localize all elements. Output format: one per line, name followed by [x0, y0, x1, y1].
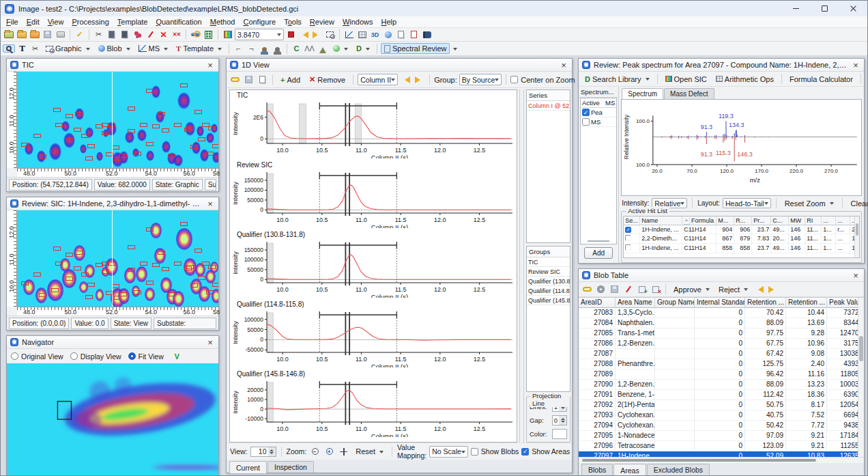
delete-icon[interactable]: ✕: [158, 29, 169, 40]
column-header[interactable]: MW: [789, 216, 805, 225]
sphere-page-icon[interactable]: [382, 29, 394, 40]
close-button[interactable]: [839, 1, 867, 16]
column-header[interactable]: Pr...: [752, 216, 771, 225]
save-icon[interactable]: [42, 29, 53, 40]
column-header[interactable]: C...: [771, 216, 789, 225]
stepper-arrows-icon[interactable]: [268, 447, 276, 456]
report-icon[interactable]: [408, 29, 420, 40]
scrollbar-thumb[interactable]: [582, 459, 816, 462]
scrollbar-thumb[interactable]: [859, 336, 863, 361]
mass-spectrum-chart[interactable]: 100.0100.020.070.0120.0170.0220.0270.0m/…: [621, 99, 862, 196]
table-row[interactable]: 27096Tetracosane0123.099.211125579.0: [579, 441, 858, 451]
color-field[interactable]: [552, 429, 567, 439]
table-row[interactable]: 270922(1H)-Penta...050.758.171205463.0: [579, 400, 858, 410]
tic-heatmap[interactable]: [17, 72, 218, 168]
spectral-review-button[interactable]: Spectral Review: [381, 43, 450, 54]
spectrum-list-row[interactable]: Pea: [581, 108, 616, 117]
reset-button[interactable]: Reset: [352, 446, 387, 457]
column-header[interactable]: M...: [717, 216, 734, 225]
menu-quantification[interactable]: Quantification: [151, 17, 205, 27]
close-icon[interactable]: ×: [851, 61, 860, 70]
oneD-titlebar[interactable]: 1D View ×: [227, 59, 572, 72]
menu-configure[interactable]: Configure: [239, 17, 280, 27]
checkbox-icon[interactable]: [582, 118, 590, 126]
charts-scrollbar[interactable]: [519, 89, 524, 443]
include-arrow-icon[interactable]: ⌐: [233, 44, 244, 54]
resize-handle[interactable]: [588, 240, 609, 242]
hit-list-table[interactable]: Se...Name^ FormulaM...R...Pr...C...MWRI.…: [623, 216, 860, 258]
row-checkbox-cell[interactable]: [624, 225, 640, 235]
stepper-arrows-icon[interactable]: [559, 416, 566, 425]
column-header[interactable]: Retention ...: [786, 298, 827, 308]
group-item[interactable]: Review SIC: [527, 267, 570, 277]
table-row[interactable]: 27093Cyclohexan...040.757.52669484.0: [579, 410, 858, 421]
approve-button[interactable]: Approve: [670, 284, 713, 295]
vertical-scrollbar[interactable]: [858, 298, 864, 457]
table-row[interactable]: 270951-Nonadecene097.099.211718473.0: [579, 431, 858, 441]
cbf-menu-button[interactable]: [330, 44, 351, 53]
checkbox-icon[interactable]: [582, 109, 590, 116]
paste-icon[interactable]: [119, 29, 130, 40]
show-blobs-checkbox[interactable]: Show Blobs: [471, 447, 519, 456]
reject-button[interactable]: Reject: [715, 284, 751, 295]
checkbox-icon[interactable]: [625, 235, 631, 241]
save-icon[interactable]: [243, 74, 255, 85]
series-item[interactable]: Column I @ 52.085 min: [527, 101, 570, 111]
table-row[interactable]: 27084Naphthalen...088.0913.69834414.0: [579, 318, 858, 328]
graphic-menu-button[interactable]: Graphic: [42, 43, 93, 54]
clear-ranges-button[interactable]: Clear Ranges: [848, 198, 868, 209]
column-select[interactable]: Column II: [358, 74, 398, 85]
remove-button[interactable]: ✕Remove: [306, 74, 349, 85]
horizontal-scrollbar[interactable]: [579, 457, 864, 463]
scrollbar-thumb[interactable]: [856, 223, 858, 236]
signature-icon[interactable]: [622, 284, 634, 294]
close-icon[interactable]: ×: [851, 271, 860, 280]
cut-icon[interactable]: ✂: [93, 29, 104, 40]
zoom-in-icon[interactable]: [323, 447, 335, 457]
reviewer-remove-icon[interactable]: [272, 44, 283, 54]
radio-original-view[interactable]: Original View: [11, 352, 63, 361]
checkbox-icon[interactable]: [625, 227, 631, 233]
layout-icon[interactable]: [395, 29, 407, 40]
menu-view[interactable]: View: [44, 17, 68, 27]
blob-table-grid[interactable]: AreaIDArea NameGroup NameInternal Standa…: [579, 298, 858, 457]
zoom-box-icon[interactable]: [324, 29, 336, 40]
group-item[interactable]: Qualifier (114.8-115.8): [527, 286, 570, 296]
peaks-icon[interactable]: [317, 44, 328, 54]
menu-tools[interactable]: Tools: [280, 17, 306, 27]
column-header[interactable]: ...: [836, 216, 850, 225]
vertical-scrollbar[interactable]: [854, 216, 859, 257]
link-views-icon[interactable]: [581, 284, 593, 294]
maximize-button[interactable]: [810, 1, 839, 16]
oneD-charts-area[interactable]: TICIntensity10.010.511.011.512.012.52E60…: [229, 89, 517, 443]
exclude-arrow-icon[interactable]: ¬: [246, 44, 257, 54]
add-spectrum-button[interactable]: Add: [584, 247, 613, 259]
menu-windows[interactable]: Windows: [338, 17, 377, 27]
table-row[interactable]: 27088Phenanthre...0125.752.40439306.0: [579, 359, 858, 369]
pin-tool-icon[interactable]: ✂: [29, 44, 41, 54]
group-item[interactable]: Qualifier (130.8-131.8): [527, 277, 570, 286]
column-header[interactable]: AreaID: [579, 298, 616, 308]
copy-icon[interactable]: [106, 29, 117, 40]
tab-areas[interactable]: Areas: [613, 464, 646, 476]
table-row[interactable]: 270831,3,5-Cyclo...070.4210.44737261.0: [579, 308, 858, 318]
back-icon[interactable]: [400, 74, 411, 85]
spectrum-list-row[interactable]: MS: [581, 117, 616, 127]
view-3d-icon[interactable]: 3D: [369, 29, 381, 40]
checkbox-icon[interactable]: [625, 244, 631, 251]
minimize-button[interactable]: [781, 1, 810, 16]
remove-column-icon[interactable]: [650, 284, 661, 294]
table-row[interactable]: 270861,2-Benzen...067.7510.96317577.0: [579, 339, 858, 349]
tic-panel-titlebar[interactable]: TIC ×: [7, 59, 218, 72]
column-header[interactable]: R...: [734, 216, 752, 225]
row-checkbox-cell[interactable]: [624, 244, 640, 253]
calculator-icon[interactable]: [203, 29, 214, 40]
table-row[interactable]: 27091Benzene, 1-...0112.4218.36639015.0: [579, 390, 858, 400]
column-header[interactable]: Name: [640, 216, 682, 225]
ms-menu-button[interactable]: MS: [135, 43, 172, 54]
forward-icon[interactable]: [767, 284, 779, 294]
tab-blobs[interactable]: Blobs: [581, 464, 613, 475]
column-header[interactable]: Area Name: [616, 298, 655, 308]
menu-help[interactable]: Help: [377, 17, 401, 27]
table-row[interactable]: 27089096.4211.161180570.0: [579, 369, 858, 380]
